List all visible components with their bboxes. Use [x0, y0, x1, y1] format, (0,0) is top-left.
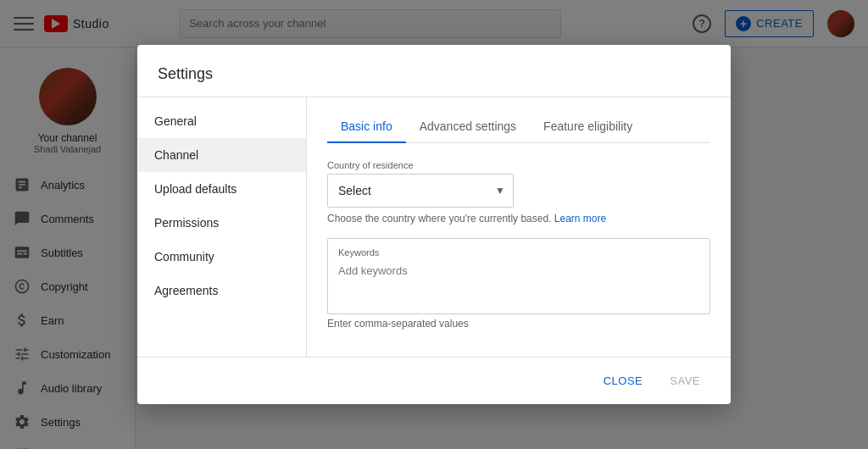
modal-nav-permissions[interactable]: Permissions: [137, 206, 306, 240]
country-select[interactable]: Select: [327, 174, 514, 208]
modal-sidebar: General Channel Upload defaults Permissi…: [137, 97, 307, 357]
save-button[interactable]: SAVE: [659, 368, 710, 394]
settings-modal: Settings General Channel Upload defaults…: [137, 45, 731, 404]
modal-nav-agreements[interactable]: Agreements: [137, 274, 306, 308]
modal-title: Settings: [137, 45, 731, 97]
country-helper: Choose the country where you're currentl…: [327, 213, 710, 224]
keywords-helper: Enter comma-separated values: [327, 318, 710, 330]
tab-basic-info[interactable]: Basic info: [327, 111, 406, 143]
country-label: Country of residence: [327, 160, 710, 170]
modal-nav-channel[interactable]: Channel: [137, 138, 306, 172]
tab-feature-eligibility[interactable]: Feature eligibility: [530, 111, 646, 143]
modal-nav-general[interactable]: General: [137, 104, 306, 138]
keywords-input[interactable]: [338, 264, 699, 277]
modal-body: General Channel Upload defaults Permissi…: [137, 97, 731, 357]
modal-nav-upload-defaults[interactable]: Upload defaults: [137, 172, 306, 206]
modal-footer: CLOSE SAVE: [137, 357, 731, 404]
keywords-form-group: Keywords Enter comma-separated values: [327, 238, 710, 330]
learn-more-link[interactable]: Learn more: [554, 213, 606, 224]
tabs-row: Basic info Advanced settings Feature eli…: [327, 111, 710, 143]
close-button[interactable]: CLOSE: [593, 368, 654, 394]
country-form-group: Country of residence Select ▼ Choose the…: [327, 160, 710, 224]
keywords-box[interactable]: Keywords: [327, 238, 710, 314]
modal-main-content: Basic info Advanced settings Feature eli…: [307, 97, 731, 357]
keywords-label: Keywords: [338, 247, 699, 258]
tab-advanced-settings[interactable]: Advanced settings: [406, 111, 530, 143]
modal-nav-community[interactable]: Community: [137, 240, 306, 274]
country-select-wrapper: Select ▼: [327, 174, 514, 208]
